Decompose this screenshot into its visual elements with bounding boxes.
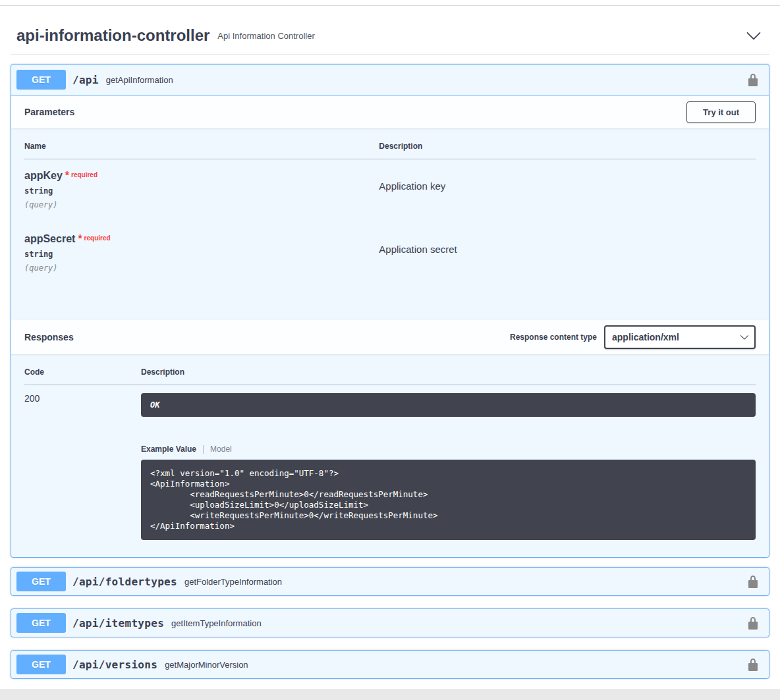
endpoint-get-api-foldertypes-summary[interactable]: GET /api/foldertypes getFolderTypeInform… [11,568,769,595]
parameter-type: string [24,186,379,196]
tab-divider [203,445,204,454]
parameter-name-text: appSecret [24,233,75,244]
endpoint-summary-text: getFolderTypeInformation [184,577,742,587]
required-label: required [71,171,98,178]
method-badge: GET [16,572,66,591]
lock-icon[interactable] [742,574,764,589]
swagger-page: api-information-controller Api Informati… [0,0,780,700]
endpoint-body: Parameters Try it out Name Description [11,95,769,557]
parameter-description: Application secret [379,233,756,255]
lock-icon[interactable] [742,72,764,88]
parameter-name: appKey*required [24,170,379,182]
response-content-type-label: Response content type [510,333,597,342]
responses-table: Code Description 200 OK Example Value [24,367,756,540]
endpoint-get-api-itemtypes: GET /api/itemtypes getItemTypeInformatio… [11,608,769,637]
endpoint-path: /api [72,74,99,86]
response-description: OK [141,393,756,417]
method-badge: GET [16,655,66,674]
endpoint-summary-text: getItemTypeInformation [171,618,742,628]
parameter-type: string [24,250,379,259]
endpoint-summary-text: getMajorMinorVersion [165,660,742,670]
endpoint-path: /api/itemtypes [72,617,164,630]
response-code: 200 [24,385,141,541]
method-badge: GET [16,613,66,633]
parameter-description: Application key [379,170,756,192]
parameter-name-cell: appSecret*required string (query) [24,223,379,286]
parameter-row: appSecret*required string (query) Applic… [24,223,756,286]
example-model-tabs: Example Value Model [141,444,756,454]
tab-model[interactable]: Model [210,444,232,454]
endpoint-get-api-versions: GET /api/versions getMajorMinorVersion [11,650,769,679]
parameter-location: (query) [24,263,379,273]
endpoint-get-api: GET /api getApiInformation Parameters Tr… [11,64,769,558]
parameter-description-cell: Application key [379,159,756,223]
tag-title: api-information-controller [16,26,209,45]
responses-section-body: Code Description 200 OK Example Value [11,354,769,557]
required-label: required [84,234,111,242]
column-header-description: Description [379,142,756,159]
parameters-section-body: Name Description appKey*required st [11,128,769,320]
endpoint-get-api-foldertypes: GET /api/foldertypes getFolderTypeInform… [11,567,769,596]
lock-icon[interactable] [742,657,764,672]
api-documentation: api-information-controller Api Informati… [0,6,780,679]
endpoint-path: /api/foldertypes [72,576,177,588]
lock-icon[interactable] [742,615,764,631]
required-asterisk: * [78,233,82,244]
parameter-row: appKey*required string (query) Applicati… [24,159,756,223]
bottom-scroll-track[interactable] [0,689,780,700]
responses-title: Responses [24,332,74,342]
column-header-code: Code [24,367,141,385]
endpoint-get-api-itemtypes-summary[interactable]: GET /api/itemtypes getItemTypeInformatio… [11,609,769,637]
endpoint-summary-text: getApiInformation [106,75,742,85]
endpoint-get-api-versions-summary[interactable]: GET /api/versions getMajorMinorVersion [11,651,769,678]
chevron-down-icon[interactable] [743,25,764,46]
parameter-name-cell: appKey*required string (query) [24,159,379,223]
parameter-name: appSecret*required [24,233,379,245]
response-row: 200 OK Example Value Model <?xml version… [24,385,756,541]
response-example-xml[interactable]: <?xml version="1.0" encoding="UTF-8"?> <… [141,460,756,540]
tag-subtitle: Api Information Controller [217,31,314,41]
response-content-type-select[interactable]: application/xml [604,325,756,349]
method-badge: GET [16,70,66,90]
parameters-table: Name Description appKey*required st [24,142,756,286]
tag-header[interactable]: api-information-controller Api Informati… [11,18,769,55]
endpoint-get-api-summary[interactable]: GET /api getApiInformation [11,65,769,95]
parameters-title: Parameters [24,107,74,117]
response-description-cell: OK Example Value Model <?xml version="1.… [141,385,756,541]
parameter-location: (query) [24,200,379,209]
parameters-section-header: Parameters Try it out [11,95,769,128]
column-header-description: Description [141,367,756,385]
try-it-out-button[interactable]: Try it out [686,101,756,123]
tab-example-value[interactable]: Example Value [141,444,196,454]
top-divider [0,0,780,6]
chevron-down-icon [740,333,749,342]
response-content-type-value: application/xml [612,332,679,342]
parameter-name-text: appKey [24,170,63,181]
required-asterisk: * [65,170,69,181]
endpoint-path: /api/versions [72,659,157,671]
column-header-name: Name [24,142,379,159]
responses-section-header: Responses Response content type applicat… [11,320,769,354]
response-content-type: Response content type application/xml [510,325,756,349]
parameter-description-cell: Application secret [379,223,756,286]
